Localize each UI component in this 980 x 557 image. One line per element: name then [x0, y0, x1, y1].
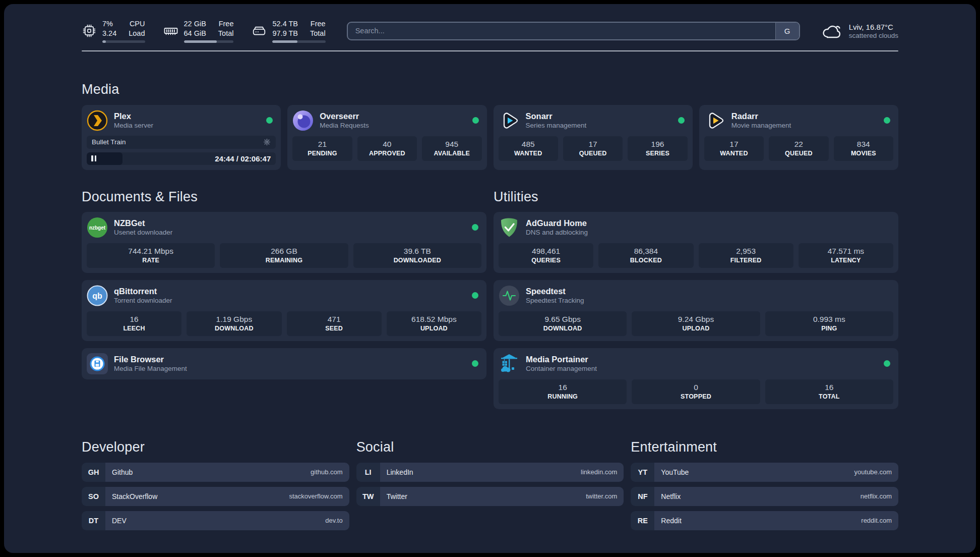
radarr-icon: [704, 110, 725, 131]
bookmark-reddit[interactable]: RE Reddit reddit.com: [631, 511, 898, 530]
stat-value: 16: [500, 383, 626, 392]
nzbget-link[interactable]: nzbget NZBGet Usenet downloader: [87, 217, 481, 238]
bookmark-domain: youtube.com: [854, 468, 892, 476]
memory-icon: [163, 23, 178, 38]
bookmark-name: Reddit: [661, 517, 681, 525]
stat-download: 9.65 Gbps DOWNLOAD: [499, 311, 627, 336]
stat-label: RUNNING: [500, 393, 626, 400]
radarr-link[interactable]: Radarr Movie management: [704, 110, 893, 131]
disk-progress-bar: [272, 40, 325, 43]
section-title-documents: Documents & Files: [82, 189, 486, 205]
stat-pending: 21 PENDING: [292, 136, 352, 161]
stat-value: 21: [293, 140, 351, 149]
stat-value: 2,953: [700, 247, 792, 256]
portainer-stats: 16 RUNNING 0 STOPPED 16 TOTAL: [499, 379, 893, 404]
nzbget-stats: 744.21 Mbps RATE 266 GB REMAINING 39.6 T…: [87, 243, 481, 268]
bookmark-name: YouTube: [661, 468, 689, 476]
bookmark-twitter[interactable]: TW Twitter twitter.com: [356, 487, 624, 506]
sonarr-link[interactable]: Sonarr Series management: [499, 110, 688, 131]
status-dot: [472, 224, 478, 231]
adguard-stats: 498,461 QUERIES 86,384 BLOCKED 2,953 FIL…: [499, 243, 893, 268]
stat-value: 16: [766, 383, 892, 392]
bookmark-youtube[interactable]: YT YouTube youtube.com: [631, 463, 898, 482]
portainer-link[interactable]: Media Portainer Container management: [499, 353, 893, 374]
stat-running: 16 RUNNING: [499, 379, 627, 404]
stat-downloaded: 39.6 TB DOWNLOADED: [353, 243, 481, 268]
service-name: Sonarr: [526, 111, 587, 122]
service-description: Media Requests: [320, 121, 369, 130]
bookmark-group-developer: Developer GH Github github.com SO StackO…: [82, 439, 349, 535]
stat-label: TOTAL: [766, 393, 892, 400]
qbittorrent-link[interactable]: qb qBittorrent Torrent downloader: [87, 285, 481, 306]
filebrowser-link[interactable]: File Browser Media File Management: [87, 353, 481, 374]
bookmark-abbr: SO: [82, 487, 105, 506]
svg-text:nzbget: nzbget: [89, 225, 106, 230]
status-dot: [266, 117, 273, 124]
bookmark-dev[interactable]: DT DEV dev.to: [82, 511, 349, 530]
stat-label: SEED: [288, 325, 381, 332]
stat-value: 40: [358, 140, 416, 149]
speedtest-link[interactable]: Speedtest Speedtest Tracking: [499, 285, 893, 306]
service-name: Speedtest: [526, 286, 584, 297]
adguard-link[interactable]: AdGuard Home DNS and adblocking: [499, 217, 893, 238]
service-card-qbittorrent: qb qBittorrent Torrent downloader 16 LEE…: [82, 280, 486, 341]
section-title-utilities: Utilities: [494, 189, 898, 205]
svg-text:qb: qb: [92, 291, 102, 300]
stat-label: MOVIES: [835, 150, 892, 157]
now-playing-row: Bullet Train: [87, 136, 276, 149]
stat-value: 22: [770, 140, 827, 149]
playback-time: 24:44 / 02:06:47: [215, 154, 271, 163]
stat-series: 196 SERIES: [628, 136, 687, 161]
service-description: DNS and adblocking: [526, 228, 588, 237]
stat-value: 945: [423, 140, 480, 149]
search-input[interactable]: [348, 23, 775, 39]
gear-icon[interactable]: [263, 138, 271, 146]
bookmark-name: DEV: [112, 517, 127, 525]
weather-widget: Lviv, 16.87°C scattered clouds: [821, 22, 898, 39]
overseerr-link[interactable]: Overseerr Media Requests: [292, 110, 481, 131]
bookmark-group-entertainment: Entertainment YT YouTube youtube.com NF …: [631, 439, 898, 535]
stat-movies: 834 MOVIES: [834, 136, 893, 161]
service-card-adguard: AdGuard Home DNS and adblocking 498,461 …: [494, 212, 898, 273]
bookmark-name: Github: [112, 468, 133, 476]
disk-resource: 52.4 TB97.9 TB FreeTotal: [252, 19, 325, 43]
speedtest-stats: 9.65 Gbps DOWNLOAD 9.24 Gbps UPLOAD 0.99…: [499, 311, 893, 336]
weather-location-temp: Lviv, 16.87°C: [849, 23, 898, 31]
search-provider-button[interactable]: G: [775, 23, 799, 39]
service-description: Container management: [526, 364, 597, 373]
stat-value: 196: [629, 140, 686, 149]
bookmark-domain: github.com: [311, 468, 343, 476]
service-card-filebrowser: File Browser Media File Management: [82, 348, 486, 379]
portainer-icon: [499, 353, 520, 374]
bookmark-name: LinkedIn: [387, 468, 413, 476]
stat-label: WANTED: [705, 150, 763, 157]
stat-label: UPLOAD: [633, 325, 759, 332]
stat-label: DOWNLOAD: [188, 325, 280, 332]
bookmark-domain: dev.to: [325, 517, 342, 524]
plex-link[interactable]: Plex Media server: [87, 110, 276, 131]
service-card-portainer: Media Portainer Container management 16 …: [494, 348, 898, 409]
cpu-progress-bar: [102, 40, 145, 43]
bookmark-linkedin[interactable]: LI LinkedIn linkedin.com: [356, 463, 624, 482]
bookmark-github[interactable]: GH Github github.com: [82, 463, 349, 482]
disk-icon: [252, 23, 267, 38]
bookmark-stackoverflow[interactable]: SO StackOverflow stackoverflow.com: [82, 487, 349, 506]
stat-value: 39.6 TB: [354, 247, 480, 256]
pause-icon[interactable]: [91, 155, 96, 161]
bookmark-netflix[interactable]: NF Netflix netflix.com: [631, 487, 898, 506]
search-bar: G: [347, 22, 800, 40]
stat-filtered: 2,953 FILTERED: [699, 243, 793, 268]
stat-label: QUEUED: [564, 150, 622, 157]
stat-value: 485: [500, 140, 557, 149]
stat-label: WANTED: [500, 150, 557, 157]
stat-value: 744.21 Mbps: [88, 247, 214, 256]
disk-values: 52.4 TB97.9 TB: [272, 19, 298, 38]
stat-label: SERIES: [629, 150, 686, 157]
stat-label: STOPPED: [633, 393, 759, 400]
utilities-column: Utilities AdGuard Home DNS and adblockin…: [494, 189, 898, 409]
stat-label: DOWNLOADED: [354, 257, 480, 264]
playback-progress-bar: 24:44 / 02:06:47: [87, 152, 276, 165]
stat-label: APPROVED: [358, 150, 416, 157]
stat-label: PING: [766, 325, 892, 332]
bookmark-name: StackOverflow: [112, 492, 157, 500]
